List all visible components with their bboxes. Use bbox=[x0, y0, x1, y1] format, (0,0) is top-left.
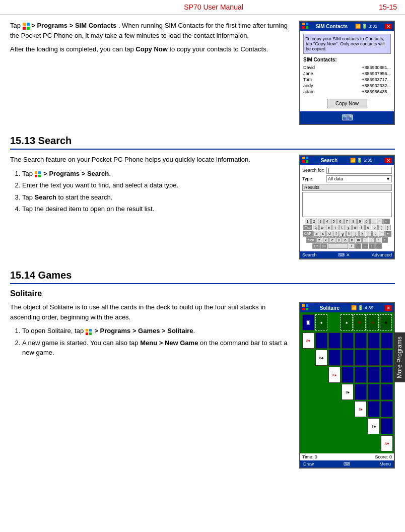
keyboard-icon: ⌨ bbox=[342, 113, 353, 122]
foundation-3: ♦ bbox=[367, 314, 379, 330]
svg-rect-15 bbox=[306, 160, 308, 163]
card-col7[interactable]: A♥ bbox=[381, 435, 393, 451]
search-content: The Search feature on your Pocket PC Pho… bbox=[10, 155, 395, 259]
solitaire-tableau: 8♥ 8♣ K♦ bbox=[302, 332, 392, 451]
svg-rect-2 bbox=[23, 27, 26, 30]
sim-contact-jane: Jane+886937956... bbox=[303, 71, 391, 77]
sim-status-bar: SIM Contacts 📶 🔋 3:32 ✕ bbox=[300, 22, 394, 31]
search-steps: Tap > Programs > Search. Enter the text … bbox=[22, 169, 291, 214]
sim-status-icons: 📶 🔋 3:32 bbox=[355, 24, 378, 29]
menu-button[interactable]: Menu bbox=[379, 461, 391, 467]
solitaire-stock[interactable]: 🂠 bbox=[302, 314, 314, 330]
solitaire-intro: The object of Solitaire is to use all th… bbox=[10, 302, 291, 322]
solitaire-close-btn[interactable]: ✕ bbox=[385, 305, 392, 311]
win-logo-games bbox=[86, 328, 93, 335]
search-button[interactable]: Search bbox=[302, 252, 317, 257]
search-for-label: Search for: bbox=[302, 168, 326, 173]
search-text: The Search feature on your Pocket PC Pho… bbox=[10, 155, 291, 259]
solitaire-top-row: 🂠 ♠ ♠ ♥ ♦ ♣ bbox=[302, 314, 392, 330]
card-col6-fd5 bbox=[368, 401, 380, 417]
search-app-icon bbox=[302, 157, 308, 164]
svg-rect-14 bbox=[302, 160, 305, 163]
search-section: 15.13 Search The Search feature on your … bbox=[10, 135, 395, 259]
card-col4-fd1 bbox=[342, 332, 354, 349]
solitaire-waste: ♠ bbox=[315, 314, 327, 330]
tableau-col-5: 8♦ bbox=[355, 332, 367, 451]
kb-row-4: Shftzxcvbnm,./↑ bbox=[302, 237, 392, 243]
draw-button[interactable]: Draw bbox=[303, 461, 314, 467]
search-phone-screen: Search 📶 🔋 5:35 ✕ Search for: | Type: Al bbox=[299, 155, 395, 259]
svg-rect-10 bbox=[35, 175, 37, 177]
card-col7-fd4 bbox=[381, 384, 393, 400]
card-col4[interactable]: 8♠ bbox=[342, 384, 354, 400]
svg-rect-22 bbox=[302, 308, 305, 310]
sim-phone-screen: SIM Contacts 📶 🔋 3:32 ✕ To copy your SIM… bbox=[299, 21, 395, 125]
card-col5-fd1 bbox=[355, 332, 367, 349]
search-screen-body: Search for: | Type: All data ▼ Results bbox=[300, 165, 394, 251]
card-col5-fd3 bbox=[355, 367, 367, 383]
tableau-col-7: A♥ bbox=[381, 332, 393, 451]
svg-rect-7 bbox=[306, 26, 308, 29]
card-col5[interactable]: 8♦ bbox=[355, 401, 367, 417]
foundation-2: ♥ bbox=[354, 314, 366, 330]
games-heading: 15.14 Games bbox=[10, 270, 395, 284]
page-number: 15-15 bbox=[379, 3, 397, 11]
tableau-col-4: 8♠ bbox=[342, 332, 354, 451]
solitaire-steps: To open Solitaire, tap > Programs > Game… bbox=[22, 326, 291, 358]
sim-close-btn[interactable]: ✕ bbox=[385, 24, 392, 29]
foundation-1: ♠ bbox=[341, 314, 353, 330]
card-col4-fd2 bbox=[342, 350, 354, 366]
search-status-bar: Search 📶 🔋 5:35 ✕ bbox=[300, 156, 394, 165]
card-col3[interactable]: K♦ bbox=[328, 367, 341, 383]
games-section: 15.14 Games Solitaire The object of Soli… bbox=[10, 270, 395, 469]
search-input[interactable]: | bbox=[326, 167, 392, 174]
card-col7-fd5 bbox=[381, 401, 393, 417]
card-col1[interactable]: 8♥ bbox=[302, 332, 314, 349]
svg-rect-9 bbox=[38, 171, 41, 174]
solitaire-score: Score: 0 bbox=[375, 454, 392, 459]
svg-rect-19 bbox=[89, 332, 92, 335]
solitaire-score-bar: Time: 0 Score: 0 bbox=[300, 453, 394, 460]
games-content: The object of Solitaire is to use all th… bbox=[10, 302, 395, 469]
results-label: Results bbox=[302, 184, 392, 191]
sim-para1: Tap > Programs > SIM Contacts . When run… bbox=[10, 21, 291, 40]
sim-contact-adam: adam+886936435... bbox=[303, 89, 391, 95]
solitaire-status-bar: Solitaire 📶 🔋 4:39 ✕ bbox=[300, 303, 394, 312]
sim-message: To copy your SIM contacts to Contacts, t… bbox=[303, 34, 391, 54]
page-header: SP70 User Manual 15-15 bbox=[0, 0, 405, 15]
sim-contact-tom: Tom+886933717... bbox=[303, 77, 391, 83]
windows-logo-icon bbox=[23, 23, 30, 30]
search-close-btn[interactable]: ✕ bbox=[385, 158, 392, 163]
card-col5-fd4 bbox=[355, 384, 367, 400]
card-col7-fd3 bbox=[381, 367, 393, 383]
search-phone-image: Search 📶 🔋 5:35 ✕ Search for: | Type: Al bbox=[299, 155, 395, 259]
sim-screen-footer: ⌨ bbox=[300, 111, 394, 124]
tableau-col-6: 8♣ bbox=[368, 332, 380, 451]
search-step-2: Enter the text you want to find, and sel… bbox=[22, 180, 291, 190]
solitaire-time: Time: 0 bbox=[302, 454, 317, 459]
card-col2[interactable]: 8♣ bbox=[315, 350, 327, 366]
card-col4-fd3 bbox=[342, 367, 354, 383]
card-col7-fd6 bbox=[381, 418, 393, 434]
type-label: Type: bbox=[302, 176, 326, 181]
search-bottom-bar: Search ⌨ ✕ Advanced bbox=[300, 251, 394, 258]
card-col3-facedown2 bbox=[328, 350, 341, 366]
kb-row-1: 1234567890-=← bbox=[302, 219, 392, 224]
sim-para2: After the loading is completed, you can … bbox=[10, 44, 291, 54]
svg-rect-13 bbox=[306, 157, 308, 159]
advanced-button[interactable]: Advanced bbox=[372, 252, 392, 257]
solitaire-phone-image: Solitaire 📶 🔋 4:39 ✕ 🂠 ♠ ♠ ♥ ♦ bbox=[299, 302, 395, 469]
copy-now-button[interactable]: Copy Now bbox=[327, 99, 367, 108]
type-dropdown[interactable]: All data ▼ bbox=[326, 175, 392, 182]
sim-text: Tap > Programs > SIM Contacts . When run… bbox=[10, 21, 291, 125]
foundation-4: ♣ bbox=[380, 314, 392, 330]
card-col7-fd1 bbox=[381, 332, 393, 349]
search-step-3: Tap Search to start the search. bbox=[22, 192, 291, 203]
tableau-col-2: 8♣ bbox=[315, 332, 327, 451]
svg-rect-18 bbox=[86, 332, 88, 335]
search-intro: The Search feature on your Pocket PC Pho… bbox=[10, 155, 291, 165]
games-text: The object of Solitaire is to use all th… bbox=[10, 302, 291, 469]
card-col6[interactable]: 8♣ bbox=[368, 418, 380, 434]
solitaire-game-area: 🂠 ♠ ♠ ♥ ♦ ♣ 8♥ bbox=[300, 312, 394, 453]
search-step-1: Tap > Programs > Search. bbox=[22, 169, 291, 179]
